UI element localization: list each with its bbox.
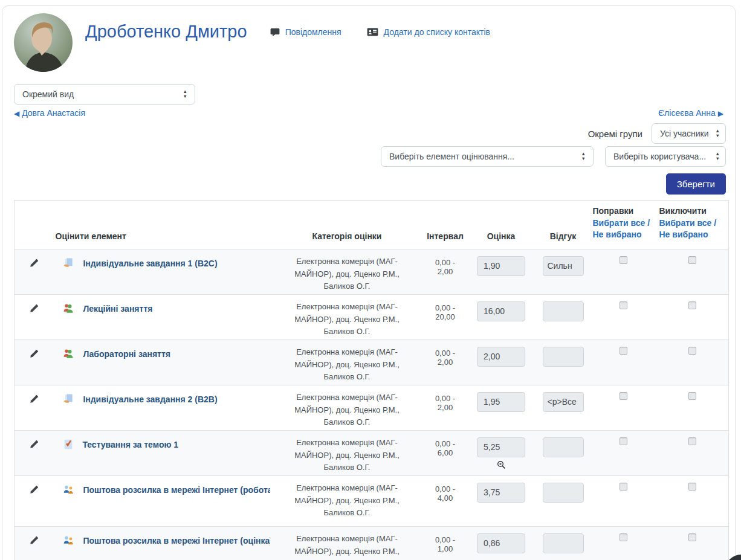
grade-category: Електронна комерція (МАГ-МАЙНОР), доц. Я… bbox=[291, 482, 403, 520]
edit-grade-button[interactable] bbox=[30, 441, 39, 451]
range-column-header: Інтервал bbox=[424, 201, 467, 249]
exclude-checkbox[interactable] bbox=[688, 347, 696, 355]
feedback-input[interactable] bbox=[543, 256, 584, 276]
prev-user-link[interactable]: ◀ Довга Анастасія bbox=[14, 108, 85, 118]
profile-avatar bbox=[14, 13, 73, 72]
override-checkbox[interactable] bbox=[620, 392, 627, 400]
grade-range: 0,00 - 2,00 bbox=[435, 258, 455, 276]
grade-item-link[interactable]: Лабораторні заняття bbox=[83, 349, 170, 359]
feedback-input[interactable] bbox=[543, 392, 584, 412]
edit-grade-button[interactable] bbox=[30, 305, 39, 315]
grade-range: 0,00 - 6,00 bbox=[435, 439, 455, 457]
grades-table: Оцінити елемент Категорія оцінки Інтерва… bbox=[14, 200, 729, 560]
edit-grade-button[interactable] bbox=[30, 396, 39, 405]
edit-column-header bbox=[15, 201, 54, 249]
grade-range: 0,00 - 20,00 bbox=[435, 303, 455, 321]
grade-category: Електронна комерція (МАГ-МАЙНОР), доц. Я… bbox=[291, 391, 403, 429]
feedback-input[interactable] bbox=[543, 483, 584, 503]
grade-input[interactable] bbox=[477, 437, 525, 457]
exclude-deselect-link[interactable]: Не вибрано bbox=[659, 230, 708, 239]
message-link[interactable]: Повідомлення bbox=[270, 27, 341, 37]
exclude-checkbox[interactable] bbox=[688, 301, 696, 309]
grade-category: Електронна комерція (МАГ-МАЙНОР), доц. Я… bbox=[291, 346, 403, 384]
assignment-icon bbox=[63, 393, 74, 407]
feedback-column-header: Відгук bbox=[536, 201, 591, 249]
pencil-icon bbox=[30, 260, 39, 269]
contact-card-icon bbox=[367, 28, 378, 36]
grade-item-link[interactable]: Поштова розсилка в мережі Інтернет (робо… bbox=[83, 485, 270, 495]
grade-category: Електронна комерція (МАГ-МАЙНОР), доц. Я… bbox=[291, 533, 403, 560]
view-mode-select[interactable]: Окремий вид ▲▼ bbox=[14, 84, 195, 105]
exclude-checkbox[interactable] bbox=[688, 483, 696, 491]
feedback-input[interactable] bbox=[543, 533, 584, 553]
table-row: Поштова розсилка в мережі Інтернет (робо… bbox=[15, 475, 729, 526]
avatar-photo-placeholder bbox=[14, 13, 73, 72]
edit-grade-button[interactable] bbox=[30, 260, 39, 269]
groups-select[interactable]: Усі учасники ▲▼ bbox=[652, 123, 726, 144]
feedback-input[interactable] bbox=[543, 347, 584, 367]
grade-category: Електронна комерція (МАГ-МАЙНОР), доц. Я… bbox=[291, 437, 403, 474]
exclude-checkbox[interactable] bbox=[688, 437, 696, 445]
prev-arrow-icon: ◀ bbox=[14, 109, 19, 118]
table-row: Поштова розсилка в мережі Інтернет (оцін… bbox=[15, 526, 729, 560]
chevron-updown-icon: ▲▼ bbox=[716, 152, 720, 161]
exclude-checkbox[interactable] bbox=[688, 533, 696, 541]
table-header-row: Оцінити елемент Категорія оцінки Інтерва… bbox=[15, 201, 729, 249]
grade-range: 0,00 - 4,00 bbox=[435, 484, 455, 503]
override-select-all-link[interactable]: Вибрати все / bbox=[593, 218, 650, 228]
edit-grade-button[interactable] bbox=[30, 350, 39, 360]
grade-item-select[interactable]: Виберіть елемент оцінювання... ▲▼ bbox=[381, 146, 594, 167]
pencil-icon bbox=[30, 537, 39, 547]
pencil-icon bbox=[30, 396, 39, 405]
next-user-link[interactable]: Єлісеєва Анна ▶ bbox=[658, 108, 723, 118]
edit-grade-button[interactable] bbox=[30, 537, 39, 547]
grade-item-link[interactable]: Індивідуальне завдання 1 (B2C) bbox=[83, 259, 217, 268]
override-checkbox[interactable] bbox=[620, 483, 627, 491]
exclude-column-header: Виключити Вибрати все / Не вибрано bbox=[657, 201, 729, 249]
feedback-input[interactable] bbox=[543, 437, 584, 457]
pencil-icon bbox=[30, 486, 39, 496]
override-checkbox[interactable] bbox=[620, 301, 627, 309]
exclude-select-all-link[interactable]: Вибрати все / bbox=[659, 218, 717, 228]
category-column-header: Категорія оцінки bbox=[270, 201, 424, 249]
user-select[interactable]: Виберіть користувача... ▲▼ bbox=[605, 146, 726, 167]
override-checkbox[interactable] bbox=[620, 347, 627, 355]
next-arrow-icon: ▶ bbox=[718, 109, 723, 118]
save-button[interactable]: Зберегти bbox=[666, 173, 726, 195]
feedback-input[interactable] bbox=[543, 301, 584, 321]
add-contact-link[interactable]: Додати до списку контактів bbox=[367, 27, 490, 37]
override-checkbox[interactable] bbox=[620, 437, 627, 445]
exclude-checkbox[interactable] bbox=[688, 392, 696, 400]
grade-input[interactable] bbox=[477, 392, 525, 412]
page-title: Дроботенко Дмитро bbox=[85, 22, 247, 42]
workshop-icon bbox=[63, 484, 74, 497]
grade-input[interactable] bbox=[477, 347, 525, 367]
table-row: Лекційні заняття Електронна комерція (МА… bbox=[15, 294, 729, 340]
grade-range: 0,00 - 2,00 bbox=[435, 394, 455, 412]
grade-item-link[interactable]: Тестування за темою 1 bbox=[82, 440, 178, 449]
assignment-icon bbox=[63, 257, 74, 271]
item-column-header: Оцінити елемент bbox=[54, 201, 270, 249]
grade-input[interactable] bbox=[477, 533, 525, 553]
zoom-grade-analysis-icon[interactable] bbox=[497, 460, 506, 469]
grade-input[interactable] bbox=[477, 256, 525, 276]
override-deselect-link[interactable]: Не вибрано bbox=[593, 230, 642, 239]
chevron-updown-icon: ▲▼ bbox=[183, 89, 187, 99]
pencil-icon bbox=[30, 305, 39, 315]
override-checkbox[interactable] bbox=[620, 533, 627, 541]
grade-item-link[interactable]: Лекційні заняття bbox=[83, 304, 152, 314]
quiz-icon bbox=[63, 439, 74, 452]
grade-item-link[interactable]: Індивідуальне завдання 2 (B2B) bbox=[83, 394, 217, 404]
grade-range: 0,00 - 2,00 bbox=[435, 349, 455, 367]
pencil-icon bbox=[30, 441, 39, 451]
message-bubble-icon bbox=[270, 28, 280, 37]
groups-label: Окремі групи bbox=[588, 129, 642, 139]
grade-input[interactable] bbox=[477, 301, 525, 321]
grade-range: 0,00 - 1,00 bbox=[435, 535, 455, 553]
grade-column-header: Оцінка bbox=[467, 201, 536, 249]
exclude-checkbox[interactable] bbox=[688, 256, 696, 264]
grade-item-link[interactable]: Поштова розсилка в мережі Інтернет (оцін… bbox=[83, 536, 270, 546]
edit-grade-button[interactable] bbox=[30, 486, 39, 496]
grade-input[interactable] bbox=[477, 483, 525, 503]
override-checkbox[interactable] bbox=[620, 256, 627, 264]
